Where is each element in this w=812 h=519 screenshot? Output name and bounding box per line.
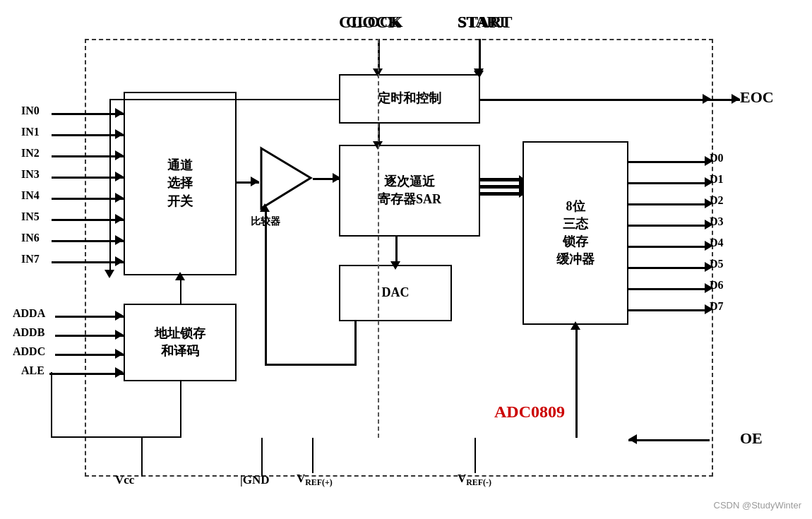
d3-arrow xyxy=(705,220,713,229)
addc-arrow xyxy=(115,349,124,359)
timer-to-eoc xyxy=(480,99,706,101)
dac-block: DAC xyxy=(339,265,452,321)
in6-arrow xyxy=(115,235,124,245)
ale-v-line2 xyxy=(51,372,52,436)
in7-label: IN7 xyxy=(21,253,40,266)
sar-to-latch-line2 xyxy=(480,192,524,196)
adda-label: ADDA xyxy=(13,307,45,320)
in3-line xyxy=(52,177,124,179)
timer-block: 定时和控制 xyxy=(339,74,480,124)
oe-arrow xyxy=(628,434,637,444)
d2-arrow xyxy=(705,198,713,208)
gnd-label: |GND xyxy=(240,473,270,487)
eoc-label: EOC xyxy=(740,88,774,107)
vref-minus-line xyxy=(474,438,476,473)
oe-line xyxy=(628,439,710,441)
d4-arrow xyxy=(705,241,713,251)
d1-arrow xyxy=(705,177,713,187)
sar-to-dac-arrow xyxy=(390,261,400,270)
chip-name-label: ADC0809 xyxy=(494,402,565,422)
vcc-label: Vcc xyxy=(115,473,134,487)
addb-label: ADDB xyxy=(13,326,44,339)
in1-label: IN1 xyxy=(21,126,40,138)
d6-arrow xyxy=(705,283,713,293)
in4-arrow xyxy=(115,193,124,203)
sar-block: 逐次逼近寄存器SAR xyxy=(339,145,480,237)
addc-line xyxy=(55,354,124,356)
d5-line xyxy=(628,267,710,269)
d6-line xyxy=(628,288,710,290)
channel-block: 通道选择开关 xyxy=(124,92,237,275)
addb-line xyxy=(55,335,124,337)
in1-arrow xyxy=(115,129,124,139)
vcc-line-v xyxy=(141,438,143,477)
vref-plus-line xyxy=(312,438,314,473)
in2-arrow xyxy=(115,150,124,160)
watermark-label: CSDN @StudyWinter xyxy=(714,500,801,511)
ale-to-addr-arrow xyxy=(115,367,124,377)
in6-label: IN6 xyxy=(21,232,40,244)
in2-line xyxy=(52,155,124,157)
dac-label: DAC xyxy=(382,284,410,302)
d0-arrow xyxy=(705,156,713,166)
d1-line xyxy=(628,182,710,184)
ale-v-line xyxy=(180,381,181,438)
gnd-line-v xyxy=(261,438,263,477)
d2-line xyxy=(628,203,710,205)
timer-channel-h xyxy=(109,99,340,100)
clock-v-dashed xyxy=(378,39,379,438)
in1-line xyxy=(52,134,124,136)
dac-to-comp-h xyxy=(265,364,357,366)
latch-block: 8位三态锁存缓冲器 xyxy=(523,141,628,325)
svg-marker-0 xyxy=(261,148,311,208)
oe-arrow-up xyxy=(571,321,580,330)
timer-label: 定时和控制 xyxy=(378,90,441,107)
timer-channel-v xyxy=(109,99,111,275)
dac-to-comp-v2 xyxy=(265,208,267,364)
sar-to-latch-line3 xyxy=(480,178,524,181)
channel-label: 通道选择开关 xyxy=(167,157,193,210)
in0-line xyxy=(52,113,124,115)
d3-line xyxy=(628,225,710,227)
addb-arrow xyxy=(115,330,124,340)
in4-label: IN4 xyxy=(21,189,40,202)
dac-to-comp-v xyxy=(354,321,357,364)
start-to-timer-arrow xyxy=(474,68,484,77)
in4-line xyxy=(52,198,124,200)
ale-label: ALE xyxy=(21,364,44,377)
latch-label: 8位三态锁存缓冲器 xyxy=(556,198,595,269)
eoc-arrow xyxy=(732,94,740,104)
d7-arrow xyxy=(705,304,713,314)
comparator-shape xyxy=(258,145,314,212)
addr-label: 地址锁存和译码 xyxy=(155,325,205,360)
in2-label: IN2 xyxy=(21,147,40,160)
in0-label: IN0 xyxy=(21,105,40,117)
vref-plus-label: VREF(+) xyxy=(297,472,333,488)
addr-to-channel-arrow xyxy=(175,272,185,280)
ale-h-bottom xyxy=(51,436,181,438)
start-top-label: START xyxy=(458,13,512,32)
oe-label: OE xyxy=(740,429,763,448)
in0-arrow xyxy=(115,108,124,118)
vref-minus-label: VREF(-) xyxy=(458,472,491,488)
in7-arrow xyxy=(115,256,124,266)
dac-to-comp-arrow xyxy=(260,203,270,212)
in7-line xyxy=(52,261,124,263)
ale-line xyxy=(49,373,124,375)
in3-arrow xyxy=(115,172,124,181)
adda-arrow xyxy=(115,311,124,321)
clock-top-label: CLOCK xyxy=(339,13,401,32)
d7-line xyxy=(628,309,710,311)
in5-line xyxy=(52,219,124,221)
timer-channel-arrow xyxy=(105,270,114,278)
addr-block: 地址锁存和译码 xyxy=(124,304,237,381)
addc-label: ADDC xyxy=(13,345,45,358)
diagram-container: CLOCK START EOC OE IN0 IN1 IN2 IN3 IN4 I… xyxy=(0,0,812,519)
oe-line-v xyxy=(575,325,578,438)
d5-arrow xyxy=(705,262,713,272)
d4-line xyxy=(628,246,710,248)
in5-label: IN5 xyxy=(21,210,40,223)
adda-line xyxy=(55,316,124,318)
sar-label: 逐次逼近寄存器SAR xyxy=(378,173,441,208)
d0-line xyxy=(628,161,710,163)
